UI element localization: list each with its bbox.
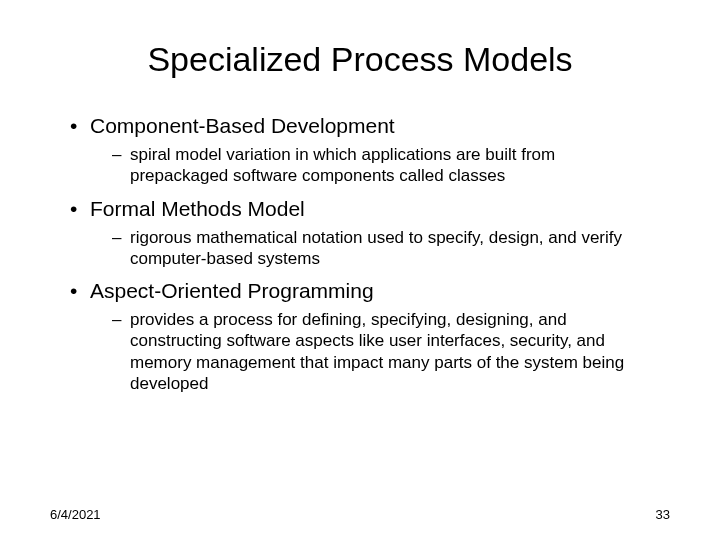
dash-icon: – [112, 309, 130, 394]
sub-item: – provides a process for defining, speci… [70, 309, 670, 394]
bullet-heading: • Aspect-Oriented Programming [70, 279, 670, 303]
bullet-icon: • [70, 197, 90, 221]
bullet-heading: • Component-Based Development [70, 114, 670, 138]
dash-icon: – [112, 227, 130, 270]
list-item: • Formal Methods Model – rigorous mathem… [70, 197, 670, 270]
dash-icon: – [112, 144, 130, 187]
sub-text: provides a process for defining, specify… [130, 309, 670, 394]
bullet-icon: • [70, 279, 90, 303]
bullet-text: Component-Based Development [90, 114, 395, 138]
bullet-heading: • Formal Methods Model [70, 197, 670, 221]
sub-text: spiral model variation in which applicat… [130, 144, 670, 187]
footer-page-number: 33 [656, 507, 670, 522]
list-item: • Component-Based Development – spiral m… [70, 114, 670, 187]
slide-footer: 6/4/2021 33 [50, 507, 670, 522]
sub-item: – spiral model variation in which applic… [70, 144, 670, 187]
bullet-text: Aspect-Oriented Programming [90, 279, 374, 303]
slide-title: Specialized Process Models [50, 40, 670, 79]
footer-date: 6/4/2021 [50, 507, 101, 522]
bullet-icon: • [70, 114, 90, 138]
bullet-text: Formal Methods Model [90, 197, 305, 221]
slide-content: • Component-Based Development – spiral m… [50, 114, 670, 394]
list-item: • Aspect-Oriented Programming – provides… [70, 279, 670, 394]
sub-item: – rigorous mathematical notation used to… [70, 227, 670, 270]
sub-text: rigorous mathematical notation used to s… [130, 227, 670, 270]
